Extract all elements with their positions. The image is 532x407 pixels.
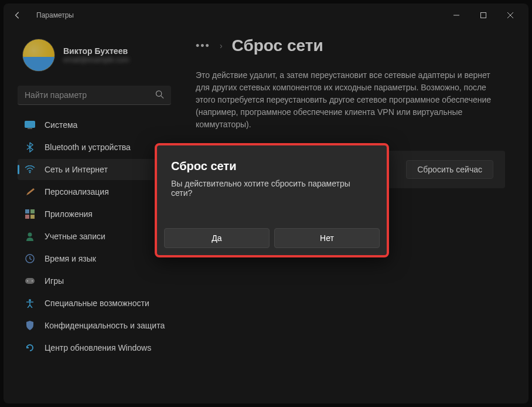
confirm-dialog: Сброс сети Вы действительно хотите сброс… bbox=[155, 143, 389, 257]
no-button[interactable]: Нет bbox=[274, 228, 380, 248]
dialog-title: Сброс сети bbox=[162, 160, 382, 179]
dialog-buttons: Да Нет bbox=[162, 228, 382, 248]
yes-button[interactable]: Да bbox=[164, 228, 270, 248]
dialog-message: Вы действительно хотите сбросить парамет… bbox=[162, 179, 382, 228]
